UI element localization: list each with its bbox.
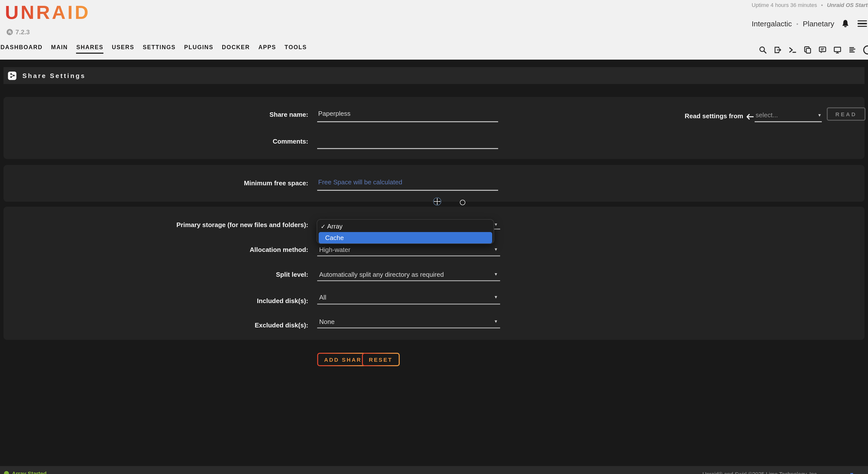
version-badge: 7.2.3 bbox=[6, 28, 30, 36]
comments-input[interactable] bbox=[317, 137, 498, 149]
copyright-text: Unraid® and Swirl ©2025 Lime Technology,… bbox=[703, 471, 818, 474]
minimum-free-space-input[interactable] bbox=[317, 178, 498, 191]
nav-docker[interactable]: DOCKER bbox=[222, 44, 250, 54]
split-level-underline bbox=[317, 280, 500, 281]
dropdown-option-array[interactable]: ✓ Array bbox=[317, 221, 494, 232]
chevron-down-icon: ▾ bbox=[495, 318, 497, 324]
sign-out-icon[interactable] bbox=[774, 46, 782, 54]
minimum-free-space-label: Minimum free space: bbox=[124, 179, 308, 187]
read-settings-select-value: select... bbox=[756, 111, 778, 119]
dropdown-option-cache[interactable]: Cache bbox=[319, 232, 492, 243]
chevron-down-icon: ▾ bbox=[495, 271, 497, 277]
uptime-text: Uptime 4 hours 36 minutes bbox=[752, 2, 817, 8]
move-cursor-icon bbox=[433, 197, 441, 208]
separator-dot: • bbox=[797, 21, 798, 27]
read-settings-label: Read settings from bbox=[644, 112, 743, 120]
split-level-select[interactable]: Automatically split any directory as req… bbox=[319, 271, 444, 278]
nav-tools[interactable]: TOOLS bbox=[285, 44, 307, 54]
primary-storage-dropdown: ✓ Array Cache bbox=[317, 219, 494, 244]
server-name: Intergalactic bbox=[752, 20, 792, 28]
nav-apps[interactable]: APPS bbox=[258, 44, 276, 54]
dropdown-option-label: Array bbox=[327, 223, 343, 230]
unraid-logo[interactable]: UNRAID bbox=[5, 2, 91, 23]
monitor-icon[interactable] bbox=[833, 46, 842, 54]
split-level-label: Split level: bbox=[124, 271, 308, 278]
page-title-bar: Share Settings bbox=[3, 67, 865, 84]
nav-dashboard[interactable]: DASHBOARD bbox=[0, 44, 42, 54]
read-button[interactable]: READ bbox=[827, 107, 866, 121]
included-disks-select[interactable]: All bbox=[319, 294, 327, 301]
user-partial-icon[interactable] bbox=[863, 45, 868, 55]
reset-button[interactable]: RESET bbox=[362, 353, 399, 366]
allocation-method-underline bbox=[317, 256, 500, 257]
server-identity: Intergalactic • Planetary bbox=[752, 19, 867, 28]
menu-icon[interactable] bbox=[858, 20, 867, 27]
excluded-disks-underline bbox=[317, 328, 500, 329]
allocation-method-label: Allocation method: bbox=[124, 246, 308, 253]
unraid-webgui: UNRAID 7.2.3 Uptime 4 hours 36 minutes •… bbox=[0, 0, 868, 474]
nav-users[interactable]: USERS bbox=[112, 44, 134, 54]
chevron-down-icon: ▾ bbox=[495, 222, 497, 227]
dropdown-option-label: Cache bbox=[325, 234, 344, 241]
share-name-input[interactable] bbox=[317, 110, 498, 122]
share-name-label: Share name: bbox=[124, 111, 308, 118]
included-disks-underline bbox=[317, 304, 500, 305]
terminal-icon[interactable] bbox=[788, 46, 797, 54]
blue-heart-icon: ♥ bbox=[850, 471, 853, 474]
chevron-down-icon: ▾ bbox=[495, 246, 497, 252]
read-settings-select[interactable]: select... ▾ bbox=[755, 111, 822, 122]
share-icon bbox=[8, 71, 17, 80]
arrow-left-icon bbox=[746, 113, 754, 122]
feedback-icon[interactable] bbox=[818, 46, 827, 54]
reset-button-label: RESET bbox=[363, 354, 399, 365]
separator-dot: • bbox=[821, 2, 823, 8]
header-toolbar bbox=[758, 45, 868, 55]
bell-icon[interactable] bbox=[841, 19, 850, 28]
nav-plugins[interactable]: PLUGINS bbox=[184, 44, 214, 54]
array-status-text: Array Started bbox=[12, 471, 46, 474]
comments-label: Comments: bbox=[124, 138, 308, 145]
page-title: Share Settings bbox=[22, 72, 86, 79]
nav-shares[interactable]: SHARES bbox=[76, 44, 103, 54]
share-identity-card bbox=[3, 97, 865, 159]
array-status: Array Started bbox=[4, 471, 46, 474]
included-disks-label: Included disk(s): bbox=[124, 297, 308, 305]
os-edition: Unraid OS Starter bbox=[827, 2, 868, 8]
main-nav: DASHBOARD MAIN SHARES USERS SETTINGS PLU… bbox=[0, 44, 307, 54]
status-dot-icon bbox=[4, 471, 9, 474]
status-footer: Array Started Unraid® and Swirl ©2025 Li… bbox=[0, 466, 868, 474]
search-icon[interactable] bbox=[758, 46, 767, 54]
allocation-method-select[interactable]: High-water bbox=[319, 246, 350, 253]
cursor-ring bbox=[460, 200, 465, 205]
log-icon[interactable] bbox=[848, 46, 857, 54]
copy-icon[interactable] bbox=[803, 46, 812, 54]
nav-main[interactable]: MAIN bbox=[51, 44, 68, 54]
app-header: UNRAID 7.2.3 Uptime 4 hours 36 minutes •… bbox=[0, 0, 868, 60]
version-text: 7.2.3 bbox=[16, 28, 30, 36]
chevron-down-icon: ▾ bbox=[818, 112, 821, 118]
nav-settings[interactable]: SETTINGS bbox=[143, 44, 176, 54]
content-area: Share Settings Share name: Comments: Rea… bbox=[0, 60, 868, 474]
uptime-line: Uptime 4 hours 36 minutes • Unraid OS St… bbox=[752, 2, 868, 8]
excluded-disks-label: Excluded disk(s): bbox=[124, 321, 308, 329]
excluded-disks-select[interactable]: None bbox=[319, 318, 335, 326]
primary-storage-label: Primary storage (for new files and folde… bbox=[124, 221, 308, 229]
server-description: Planetary bbox=[803, 20, 834, 28]
chevron-down-icon: ▾ bbox=[495, 294, 497, 300]
version-icon bbox=[6, 29, 13, 35]
check-icon: ✓ bbox=[321, 223, 327, 230]
